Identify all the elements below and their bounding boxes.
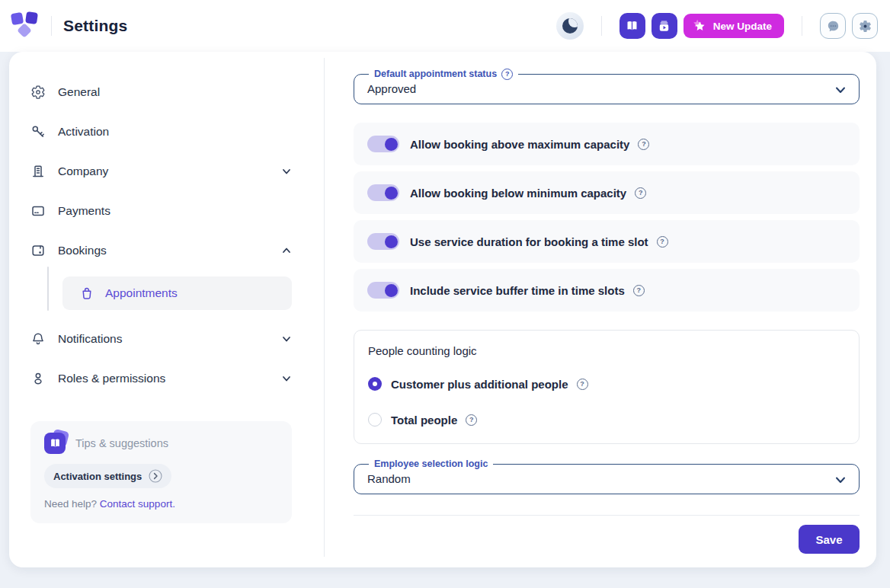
sidebar-item-activation[interactable]: Activation	[30, 112, 292, 152]
sidebar-item-label: Company	[58, 165, 108, 178]
select-floating-label: Employee selection logic	[369, 458, 493, 471]
tips-title: Tips & suggestions	[75, 437, 168, 449]
sidebar-item-roles-permissions[interactable]: Roles & permissions	[30, 359, 292, 398]
help-icon[interactable]	[633, 285, 645, 296]
default-appointment-status-select[interactable]: Default appointment status Approved	[354, 74, 860, 104]
sidebar-item-notifications[interactable]: Notifications	[30, 319, 292, 359]
toggle-row: Use service duration for booking a time …	[354, 220, 860, 263]
logo-shape	[17, 23, 32, 38]
chat-bubble-icon	[826, 19, 840, 34]
bag-icon	[79, 286, 94, 301]
toggle-row: Allow booking below minimum capacity	[354, 171, 860, 214]
sidebar-item-label: General	[58, 85, 100, 99]
activation-settings-shortcut[interactable]: Activation settings	[44, 464, 171, 488]
people-counting-logic-box: People counting logic Customer plus addi…	[354, 330, 860, 444]
group-title: People counting logic	[368, 344, 845, 357]
toggle-switch[interactable]	[367, 136, 399, 152]
gear-icon	[858, 19, 872, 34]
credit-card-icon	[30, 203, 46, 219]
book-icon	[44, 433, 66, 454]
sidebar-item-label: Activation	[58, 125, 109, 139]
video-icon	[657, 19, 671, 34]
help-icon[interactable]	[466, 414, 477, 426]
save-row: Save	[354, 525, 860, 554]
settings-page: Settings New Update	[0, 0, 890, 588]
save-button[interactable]: Save	[799, 525, 860, 554]
help-icon[interactable]	[635, 187, 646, 199]
help-icon[interactable]	[501, 69, 513, 80]
sidebar-item-company[interactable]: Company	[30, 152, 292, 191]
chevron-down-icon	[281, 373, 292, 384]
shortcut-label: Activation settings	[53, 471, 142, 482]
radio-option[interactable]: Customer plus additional people	[368, 377, 845, 391]
settings-sidebar: General Activation Company	[9, 52, 324, 567]
toggle-switch[interactable]	[367, 282, 399, 299]
chat-support-button[interactable]	[820, 13, 846, 39]
appointments-settings-panel: Default appointment status Approved Allo…	[324, 52, 876, 567]
help-icon[interactable]	[638, 139, 649, 150]
documentation-button[interactable]	[619, 13, 645, 39]
dark-mode-toggle-button[interactable]	[556, 12, 584, 40]
sub-item-tree-line	[47, 267, 49, 311]
key-icon	[30, 124, 46, 139]
new-update-button[interactable]: New Update	[684, 14, 784, 38]
video-tutorials-button[interactable]	[651, 13, 677, 39]
sidebar-item-label: Roles & permissions	[58, 372, 165, 385]
contact-support-link[interactable]: Contact support.	[100, 498, 175, 510]
header-actions: New Update	[556, 12, 878, 40]
gear-icon	[30, 85, 46, 100]
building-icon	[30, 164, 46, 179]
integrations-button[interactable]	[852, 13, 878, 39]
logo-shape	[25, 11, 38, 24]
help-icon[interactable]	[657, 236, 668, 248]
tips-header: Tips & suggestions	[44, 433, 278, 454]
radio-button[interactable]	[368, 413, 382, 427]
sidebar-item-payments[interactable]: Payments	[30, 191, 292, 231]
sidebar-item-label: Payments	[58, 204, 110, 218]
need-help-text: Need help? Contact support.	[44, 498, 278, 510]
logo-shape	[11, 12, 24, 25]
sidebar-item-bookings[interactable]: Bookings	[30, 231, 292, 270]
tips-suggestions-box: Tips & suggestions Activation settings N…	[30, 421, 292, 523]
arrow-right-circle-icon	[149, 469, 162, 483]
sidebar-item-label: Notifications	[58, 332, 122, 346]
page-title: Settings	[63, 17, 127, 35]
header-divider	[802, 16, 802, 36]
employee-selection-logic-select[interactable]: Employee selection logic Random	[354, 464, 860, 494]
sidebar-item-label: Bookings	[58, 244, 107, 257]
user-icon	[30, 371, 46, 386]
book-icon	[625, 19, 639, 34]
toggle-row: Allow booking above maximum capacity	[354, 123, 860, 165]
settings-card: General Activation Company	[9, 52, 876, 567]
radio-button[interactable]	[368, 377, 382, 391]
sidebar-lower-group: Notifications Roles & permissions	[9, 319, 324, 398]
app-logo[interactable]	[11, 11, 40, 40]
chevron-down-icon	[281, 334, 292, 344]
toggle-switch[interactable]	[367, 184, 399, 201]
header-divider	[601, 16, 602, 36]
toggle-label: Include service buffer time in time slot…	[410, 284, 625, 297]
chevron-down-icon	[834, 473, 847, 487]
toggle-row: Include service buffer time in time slot…	[354, 269, 860, 312]
select-floating-label: Default appointment status	[369, 68, 518, 81]
star-icon	[693, 19, 707, 34]
chevron-down-icon	[834, 83, 847, 97]
radio-label: Customer plus additional people	[391, 378, 568, 391]
chevron-down-icon	[281, 166, 292, 177]
toggle-label: Allow booking above maximum capacity	[410, 138, 629, 151]
footer-divider	[354, 515, 860, 516]
toggle-label: Allow booking below minimum capacity	[410, 187, 626, 200]
new-update-label: New Update	[713, 21, 772, 32]
help-icon[interactable]	[577, 379, 588, 390]
radio-label: Total people	[391, 414, 457, 427]
moon-icon	[562, 18, 578, 34]
sidebar-item-label: Appointments	[105, 286, 178, 300]
radio-option[interactable]: Total people	[368, 413, 845, 427]
toggle-label: Use service duration for booking a time …	[410, 235, 648, 248]
sidebar-item-appointments[interactable]: Appointments	[62, 276, 292, 310]
toggle-switch[interactable]	[367, 233, 399, 250]
booking-card-icon	[30, 243, 46, 258]
sidebar-item-general[interactable]: General	[30, 72, 292, 112]
bell-icon	[30, 331, 46, 347]
header-divider	[51, 16, 52, 36]
